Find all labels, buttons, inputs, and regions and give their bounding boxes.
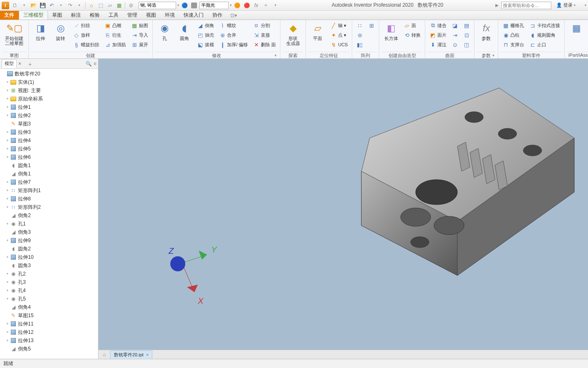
derive-button[interactable]: ⎘衍生 xyxy=(103,30,128,40)
hole-button[interactable]: ◉孔 xyxy=(155,21,174,42)
material-dropdown[interactable] xyxy=(139,2,176,9)
appearance-adjust-icon[interactable]: 🟠 xyxy=(233,1,241,10)
clear-override-icon[interactable]: 🔴 xyxy=(242,1,251,10)
patch-button[interactable]: ◩面片 xyxy=(428,30,448,40)
rest-button[interactable]: ⊓支撑台 xyxy=(501,40,526,49)
tree-item[interactable]: ◖圆角3 xyxy=(0,261,98,270)
tab-tools[interactable]: 工具 xyxy=(104,11,123,20)
appearance-preview-icon[interactable] xyxy=(190,1,198,10)
sculpt-button[interactable]: ⬇灌注 xyxy=(428,40,448,49)
tree-item[interactable]: +拉伸3 xyxy=(0,128,98,136)
sketch-pattern-button[interactable]: ⊞ xyxy=(366,21,376,30)
tree-item[interactable]: +拉伸8 xyxy=(0,195,98,203)
redo-button[interactable]: ↷ xyxy=(66,1,74,10)
chamfer-button[interactable]: ◢倒角 xyxy=(195,21,216,30)
lip-button[interactable]: ⊏止口 xyxy=(527,40,562,49)
tree-item[interactable]: +拉伸10 xyxy=(0,253,98,261)
rect-pattern-button[interactable]: ∷ xyxy=(355,21,365,30)
circ-pattern-button[interactable]: ⊚ xyxy=(355,30,365,40)
tree-item[interactable]: ◖圆角2 xyxy=(0,245,98,253)
thread-button[interactable]: ⌇螺纹 xyxy=(217,21,250,30)
save-button[interactable]: 💾 xyxy=(38,1,47,10)
redo-dropdown[interactable]: ▾ xyxy=(75,1,83,10)
document-tab[interactable]: 数铣零件20.ipt × xyxy=(110,350,152,359)
tab-view[interactable]: 视图 xyxy=(142,11,161,20)
tab-environments[interactable]: 环境 xyxy=(161,11,179,20)
ribbon-collapse-button[interactable]: ⊡▾ xyxy=(230,11,238,20)
tree-item[interactable]: ◢倒角4 xyxy=(0,303,98,311)
loft-button[interactable]: ◇放样 xyxy=(71,30,101,40)
direct-button[interactable]: ⇲直接 xyxy=(251,30,278,40)
tree-root[interactable]: 数铣零件20 xyxy=(0,70,98,78)
menu-icon[interactable]: ≡ xyxy=(93,61,96,67)
undo-button[interactable]: ↶ xyxy=(48,1,56,10)
help-search-input[interactable] xyxy=(501,2,551,9)
tree-item[interactable]: +◉孔3 xyxy=(0,278,98,286)
doc-tab-close[interactable]: × xyxy=(146,352,149,357)
parameters-button[interactable]: fx参数 xyxy=(477,21,495,42)
tree-item[interactable]: ◢倒角3 xyxy=(0,228,98,236)
snap-button[interactable]: ⊐卡扣式连接 xyxy=(527,21,562,30)
plane-button[interactable]: ▱平面 xyxy=(308,21,327,42)
add-button[interactable]: ＋ xyxy=(262,1,270,10)
tab-manage[interactable]: 管理 xyxy=(123,11,142,20)
rulefillet-button[interactable]: ◖规则圆角 xyxy=(527,30,562,40)
tree-item[interactable]: +∷矩形阵列1 xyxy=(0,186,98,195)
tree-item[interactable]: +实体(1) xyxy=(0,78,98,86)
modify-launcher[interactable]: ▾ xyxy=(273,53,278,58)
tree-item[interactable]: ◢倒角5 xyxy=(0,345,98,353)
tree-item[interactable]: +◉孔2 xyxy=(0,270,98,278)
browser-tab-close[interactable]: × xyxy=(18,61,24,67)
tab-getstarted[interactable]: 快速入门 xyxy=(179,11,208,20)
ucs-button[interactable]: ↯UCS xyxy=(328,40,349,49)
tree-item[interactable]: +原始坐标系 xyxy=(0,95,98,103)
tree-item[interactable]: ✎草图15 xyxy=(0,311,98,320)
browser-tab-add[interactable]: ＋ xyxy=(28,61,33,67)
split-button[interactable]: ⧈分割 xyxy=(251,21,278,30)
decal-button[interactable]: ▦贴图 xyxy=(129,21,150,30)
tree-item[interactable]: ◢倒角1 xyxy=(0,170,98,178)
fx-button[interactable]: fx xyxy=(252,1,260,10)
open-button[interactable]: 📂 xyxy=(29,1,38,10)
fillet-button[interactable]: ◖圆角 xyxy=(175,21,194,42)
select-button[interactable]: ⬚ xyxy=(96,1,105,10)
tree-item[interactable]: ◢倒角2 xyxy=(0,211,98,220)
freeform-convert-button[interactable]: ⟲转换 xyxy=(402,30,422,40)
new-button[interactable]: 🗋 xyxy=(11,1,19,10)
revolve-button[interactable]: ◎旋转 xyxy=(51,21,70,42)
boss-button[interactable]: ◉凸柱 xyxy=(501,30,526,40)
start-2d-sketch-button[interactable]: ✎▢ 开始创建 二维草图 xyxy=(3,21,26,47)
tree-item[interactable]: +◉孔1 xyxy=(0,220,98,228)
undo-dropdown[interactable]: ▾ xyxy=(57,1,65,10)
tree-item[interactable]: +拉伸5 xyxy=(0,145,98,153)
tree-item[interactable]: +拉伸11 xyxy=(0,320,98,328)
sweep-button[interactable]: ⟋扫掠 xyxy=(71,21,101,30)
tree-item[interactable]: +拉伸13 xyxy=(0,336,98,345)
tab-collaborate[interactable]: 协作 xyxy=(208,11,227,20)
tree-item[interactable]: +拉伸2 xyxy=(0,111,98,120)
emboss-button[interactable]: ▣凸雕 xyxy=(103,21,128,30)
no-override-icon[interactable]: ⊘ xyxy=(127,1,135,10)
rib-button[interactable]: ⊿加强筋 xyxy=(103,40,128,49)
freeform-box-button[interactable]: ◧长方体 xyxy=(382,21,400,42)
unfold-button[interactable]: ⊞展开 xyxy=(129,40,150,49)
axis-button[interactable]: ╱轴▾ xyxy=(328,21,349,30)
params-launcher[interactable]: ▾ xyxy=(491,53,495,58)
model-tree[interactable]: 数铣零件20+实体(1)+⊞视图: 主要+原始坐标系+拉伸1+拉伸2✎草图3+拉… xyxy=(0,69,98,359)
tree-item[interactable]: +拉伸4 xyxy=(0,136,98,145)
qat-customize[interactable]: ▾ xyxy=(271,1,280,10)
surf-extend-button[interactable]: ⇥ xyxy=(450,30,460,40)
ipart-button[interactable]: ▦ xyxy=(567,21,585,37)
tree-item[interactable]: ◖圆角1 xyxy=(0,161,98,170)
browser-tab-model[interactable]: 模型 xyxy=(2,59,17,68)
surf-trim-button[interactable]: ◪ xyxy=(450,21,460,30)
tab-inspect[interactable]: 检验 xyxy=(86,11,104,20)
stitch-button[interactable]: ⧉缝合 xyxy=(428,21,448,30)
tab-3dmodel[interactable]: 三维模型 xyxy=(19,11,48,20)
tree-item[interactable]: +拉伸6 xyxy=(0,153,98,161)
deleteface-button[interactable]: ✕删除 面 xyxy=(251,40,278,49)
search-icon[interactable]: ▶ xyxy=(495,3,499,8)
surf-repair-button[interactable]: ⊡ xyxy=(462,30,472,40)
material-button[interactable]: ▦ xyxy=(115,1,123,10)
tree-item[interactable]: +拉伸1 xyxy=(0,103,98,111)
